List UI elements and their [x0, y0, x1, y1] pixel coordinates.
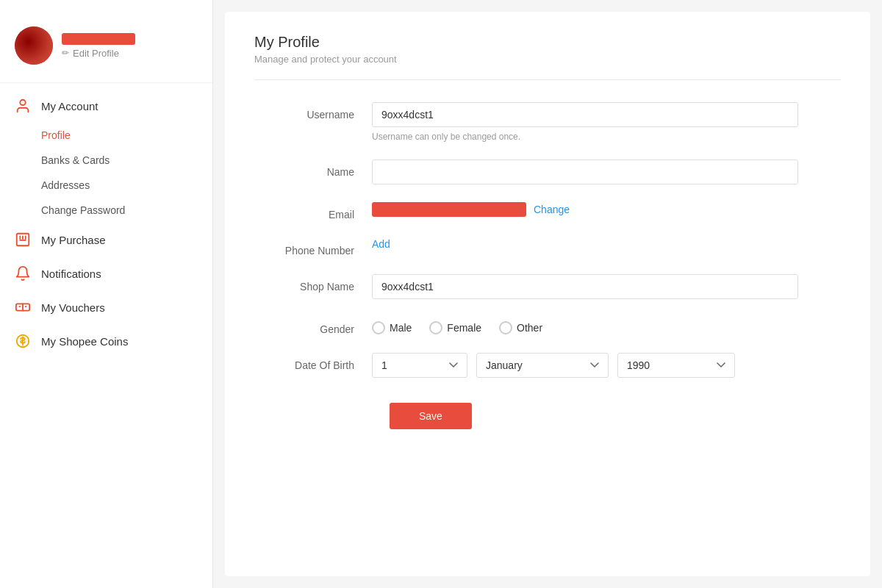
sidebar-item-my-account-label: My Account — [41, 100, 98, 112]
sidebar-item-my-vouchers[interactable]: My Vouchers — [0, 290, 212, 324]
dob-month-select[interactable]: JanuaryFebruaryMarchApril MayJuneJulyAug… — [476, 353, 609, 378]
sidebar-item-my-vouchers-label: My Vouchers — [41, 301, 105, 314]
phone-row: Phone Number Add — [254, 238, 841, 257]
sidebar-user-section: ✏ Edit Profile — [0, 15, 212, 82]
shop-name-row: Shop Name — [254, 274, 841, 299]
username-field: Username can only be changed once. — [372, 102, 798, 142]
pencil-icon: ✏ — [62, 48, 69, 58]
gender-female-label: Female — [447, 322, 481, 334]
username-hint: Username can only be changed once. — [372, 132, 798, 142]
sidebar-item-my-purchase[interactable]: My Purchase — [0, 223, 212, 257]
sidebar-item-my-shopee-coins[interactable]: My Shopee Coins — [0, 324, 212, 358]
email-redacted — [372, 202, 526, 217]
avatar — [15, 26, 53, 65]
sidebar-item-my-account[interactable]: My Account — [0, 89, 212, 123]
shop-name-field — [372, 274, 798, 299]
phone-field: Add — [372, 238, 798, 250]
username-input[interactable] — [372, 102, 798, 127]
user-info: ✏ Edit Profile — [62, 33, 135, 59]
username-redacted — [62, 33, 135, 45]
shop-name-label: Shop Name — [254, 274, 372, 293]
notification-icon — [15, 265, 31, 282]
page-subtitle: Manage and protect your account — [254, 54, 841, 80]
sidebar-sub-item-banks-cards[interactable]: Banks & Cards — [0, 148, 212, 173]
radio-female[interactable] — [429, 321, 442, 334]
name-row: Name — [254, 159, 841, 184]
name-label: Name — [254, 159, 372, 178]
save-button[interactable]: Save — [390, 403, 472, 429]
banks-cards-label: Banks & Cards — [41, 154, 110, 166]
sidebar-item-notifications[interactable]: Notifications — [0, 257, 212, 290]
gender-other-label: Other — [517, 322, 542, 334]
dob-day-select[interactable]: 12345 678910 1112131415 1617181920 21222… — [372, 353, 467, 378]
email-row: Email Change — [254, 202, 841, 220]
sidebar-sub-item-addresses[interactable]: Addresses — [0, 173, 212, 198]
shop-name-input[interactable] — [372, 274, 798, 299]
change-password-label: Change Password — [41, 204, 125, 216]
name-field — [372, 159, 798, 184]
gender-field: Male Female Other — [372, 317, 798, 334]
sidebar-item-my-purchase-label: My Purchase — [41, 234, 106, 246]
gender-male-label: Male — [390, 322, 412, 334]
gender-option-other[interactable]: Other — [499, 321, 542, 334]
sidebar-sub-item-profile[interactable]: Profile — [0, 123, 212, 148]
email-change-link[interactable]: Change — [534, 204, 570, 215]
radio-male[interactable] — [372, 321, 385, 334]
purchase-icon — [15, 232, 31, 248]
gender-label: Gender — [254, 317, 372, 335]
radio-other[interactable] — [499, 321, 512, 334]
username-label: Username — [254, 102, 372, 121]
sidebar-item-my-shopee-coins-label: My Shopee Coins — [41, 335, 128, 348]
page-title: My Profile — [254, 34, 841, 51]
main-content: My Profile Manage and protect your accou… — [225, 12, 870, 576]
name-input[interactable] — [372, 159, 798, 184]
phone-add-link[interactable]: Add — [372, 238, 390, 250]
sidebar-sub-item-change-password[interactable]: Change Password — [0, 198, 212, 223]
gender-row: Gender Male Female Other — [254, 317, 841, 335]
email-field: Change — [372, 202, 798, 217]
voucher-icon — [15, 299, 31, 315]
gender-option-female[interactable]: Female — [429, 321, 481, 334]
gender-option-male[interactable]: Male — [372, 321, 412, 334]
profile-label: Profile — [41, 129, 71, 141]
svg-point-0 — [20, 100, 25, 105]
coins-icon — [15, 333, 31, 349]
email-label: Email — [254, 202, 372, 220]
dob-label: Date Of Birth — [254, 353, 372, 371]
sidebar: ✏ Edit Profile My Account Profile Banks … — [0, 0, 213, 588]
addresses-label: Addresses — [41, 179, 90, 191]
save-row: Save — [254, 395, 841, 429]
sidebar-item-notifications-label: Notifications — [41, 268, 101, 280]
edit-profile-label: Edit Profile — [73, 48, 119, 59]
dob-row: Date Of Birth 12345 678910 1112131415 16… — [254, 353, 841, 378]
person-icon — [15, 98, 31, 114]
username-row: Username Username can only be changed on… — [254, 102, 841, 142]
dob-field: 12345 678910 1112131415 1617181920 21222… — [372, 353, 798, 378]
edit-profile-link[interactable]: ✏ Edit Profile — [62, 48, 135, 59]
phone-label: Phone Number — [254, 238, 372, 257]
dob-year-select[interactable]: 1990199119921993 1989198819851980 200020… — [617, 353, 735, 378]
sidebar-divider — [0, 82, 212, 83]
